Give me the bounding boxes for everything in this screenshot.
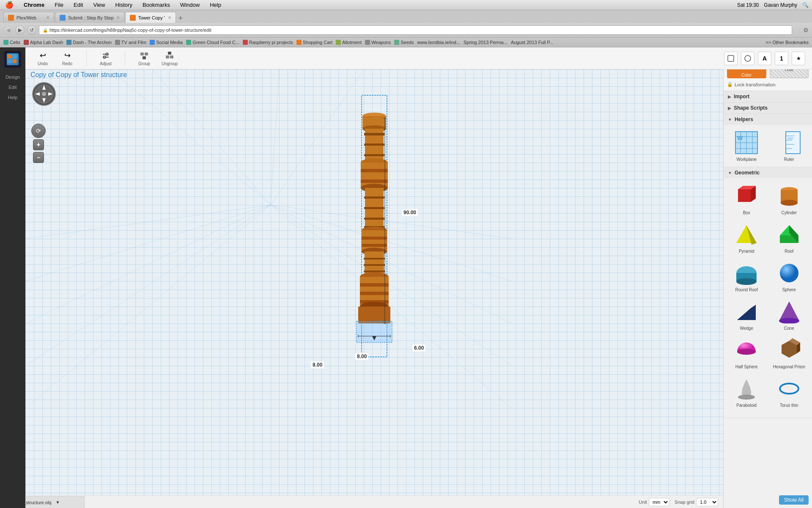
import-header[interactable]: ▶ Import [724, 91, 812, 102]
pyramid-shape-item[interactable]: Pyramid [727, 220, 766, 255]
svg-rect-93 [738, 189, 751, 202]
tab-close[interactable]: ✕ [168, 15, 171, 20]
tower-svg[interactable] [353, 95, 395, 357]
bookmark-tv[interactable]: TV and Film [115, 40, 146, 45]
edit-menu[interactable]: Edit [72, 2, 85, 8]
window-menu[interactable]: Window [178, 2, 201, 8]
unit-select[interactable]: mm cm in [649, 498, 669, 506]
geometric-grid: Box Cylinder [724, 178, 812, 413]
history-menu[interactable]: History [113, 2, 134, 8]
reload-button[interactable]: ↺ [27, 25, 36, 35]
expand-arrow: ▶ [728, 94, 731, 99]
bookmark-spring[interactable]: Spring 2013 Perma... [464, 40, 508, 45]
shape-scripts-label: Shape Scripts [734, 105, 768, 111]
cone-shape-item[interactable]: Cone [770, 297, 809, 332]
bookmarks-menu[interactable]: Bookmarks [141, 2, 172, 8]
compass-wheel[interactable] [32, 82, 56, 106]
helpers-section: ▼ Helpers [724, 114, 812, 167]
apple-menu[interactable]: 🍎 [3, 1, 15, 9]
show-all-button[interactable]: Show All [779, 495, 809, 505]
view-rotate-button[interactable]: ⟳ [31, 124, 46, 138]
ruler-item[interactable]: mm Ruler [770, 128, 809, 163]
bookmark-star[interactable]: ☆ [795, 26, 801, 34]
paraboloid-shape-item[interactable]: Paraboloid [727, 374, 766, 409]
torus-thin-shape-item[interactable]: Torus thin [770, 374, 809, 409]
box-view-btn[interactable] [724, 52, 738, 65]
tinkercad-logo[interactable] [4, 51, 21, 68]
bookmark-seeds[interactable]: Seeds [394, 40, 414, 45]
bookmark-weapons[interactable]: Weapons [365, 40, 391, 45]
group-icon [139, 50, 149, 61]
star-view-btn[interactable]: ★ [792, 52, 805, 65]
new-tab-button[interactable]: + [178, 14, 183, 23]
bookmark-other[interactable]: >> Other Bookmarks [766, 40, 809, 45]
bookmark-dash[interactable]: Dash - The Archon [66, 40, 112, 45]
helpers-header[interactable]: ▼ Helpers [724, 114, 812, 125]
svg-rect-51 [362, 237, 387, 240]
search-icon[interactable]: 🔍 [802, 2, 809, 8]
half-sphere-label: Half Sphere [735, 364, 758, 369]
ungroup-button[interactable]: Ungroup [158, 49, 181, 68]
design-menu-btn[interactable]: Design [2, 73, 24, 81]
height-dimension: 90.00 [402, 209, 418, 216]
cylinder-shape-item[interactable]: Cylinder [770, 182, 809, 217]
logo-image [7, 53, 19, 65]
bookmark-alphalab[interactable]: Alpha Lab Dash [24, 40, 63, 45]
bookmark-greencloud[interactable]: Green Cloud Food C... [186, 40, 239, 45]
file-dropdown[interactable]: ▼ [56, 500, 60, 505]
svg-rect-36 [364, 133, 384, 135]
zoom-out-button[interactable]: − [33, 152, 44, 163]
box-shape-item[interactable]: Box [727, 182, 766, 217]
back-button[interactable]: ◀ [3, 25, 13, 35]
bookmark-raspberry[interactable]: Raspberry pi projects [243, 40, 293, 45]
forward-button[interactable]: ▶ [15, 25, 25, 35]
bookmark-icon [150, 40, 155, 45]
bookmark-social[interactable]: Social Media [150, 40, 183, 45]
ruler-thumb: mm [776, 130, 802, 155]
edit-menu-btn[interactable]: Edit [2, 83, 24, 91]
canvas-area[interactable]: 90.00 8.00 6.00 8.00 + − ⟳ [25, 69, 723, 508]
hexagonal-prism-shape-item[interactable]: Hexagonal Prism [770, 336, 809, 371]
help-menu[interactable]: Help [208, 2, 223, 8]
geometric-header[interactable]: ▼ Geometric [724, 167, 812, 178]
chrome-menu[interactable]: Chrome [22, 2, 46, 8]
design-title: Copy of Copy of Tower structure [29, 69, 129, 80]
adjust-button[interactable]: Adjust [95, 49, 116, 68]
shape-scripts-header[interactable]: ▶ Shape Scripts [724, 102, 812, 113]
bookmark-celtx[interactable]: Celtx [3, 40, 20, 45]
group-button[interactable]: Group [134, 49, 155, 68]
workplane-item[interactable]: W Workplane [727, 128, 766, 163]
roof-shape-item[interactable]: Roof [770, 220, 809, 255]
nav-compass[interactable] [32, 82, 58, 108]
text-view-btn[interactable]: A [758, 52, 771, 65]
app-container: Design Edit Help ↩ Undo ↪ Redo [0, 48, 812, 508]
bookmark-shopping[interactable]: Shopping Cart [296, 40, 332, 45]
unit-field: Unit mm cm in [639, 498, 669, 506]
sphere-view-btn[interactable] [741, 52, 754, 65]
round-roof-shape-item[interactable]: Round Roof [727, 259, 766, 294]
sphere-shape-item[interactable]: Sphere [770, 259, 809, 294]
file-menu[interactable]: File [53, 2, 65, 8]
tab-close[interactable]: ✕ [46, 15, 49, 20]
undo-button[interactable]: ↩ Undo [32, 49, 53, 68]
num-view-btn[interactable]: 1 [775, 52, 788, 65]
snap-select[interactable]: 1.0 0.5 0.25 [696, 498, 718, 506]
address-bar[interactable]: 🔒 https://tinkercad.com/things/h88nppNaq… [39, 25, 792, 35]
view-menu[interactable]: View [91, 2, 107, 8]
half-sphere-shape-item[interactable]: Half Sphere [727, 336, 766, 371]
svg-rect-42 [361, 179, 388, 183]
tab-tinkercad[interactable]: Tower Copy ' ✕ [125, 12, 176, 23]
redo-button[interactable]: ↪ Redo [57, 49, 78, 68]
extensions-icon[interactable]: ⚙ [803, 27, 809, 33]
help-menu-btn[interactable]: Help [2, 93, 24, 102]
zoom-in-button[interactable]: + [33, 139, 44, 150]
bookmark-august[interactable]: August 2013 Full P... [511, 40, 554, 45]
svg-point-116 [738, 395, 755, 400]
tab-close[interactable]: ✕ [116, 15, 120, 20]
bookmark-allotment[interactable]: Allotment [336, 40, 362, 45]
wedge-shape-item[interactable]: Wedge [727, 297, 766, 332]
tab-submit[interactable]: Submit : Step By Step ✕ [55, 12, 124, 23]
bookmark-label: Shopping Cart [303, 40, 332, 45]
bookmark-bordbia[interactable]: www.bordbia.ie/ind... [417, 40, 460, 45]
tab-plex[interactable]: Plex/Web ✕ [3, 12, 54, 23]
